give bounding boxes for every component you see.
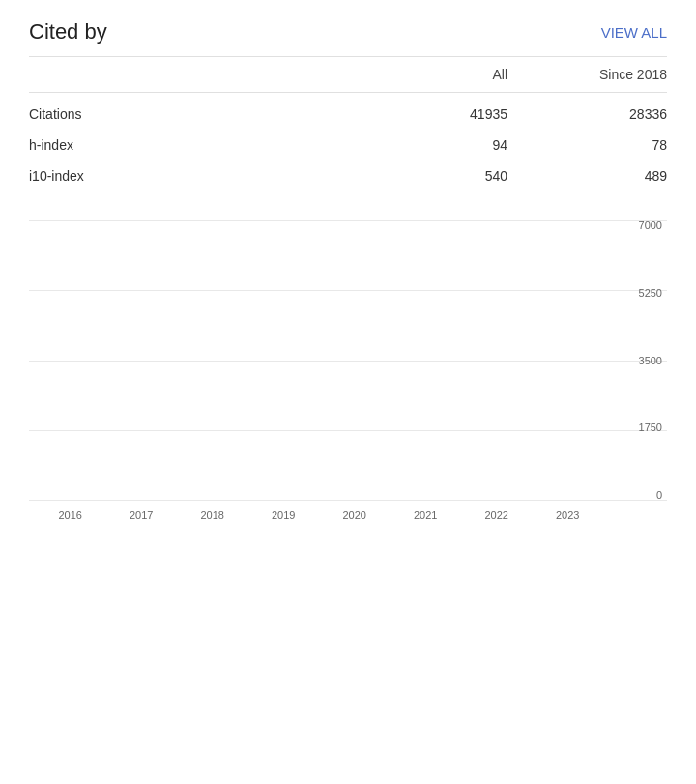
table-header-row: All Since 2018 (29, 57, 667, 93)
row-all: 540 (348, 160, 508, 191)
table-row: i10-index 540 489 (29, 160, 667, 191)
cited-by-section: Cited by VIEW ALL All Since 2018 Citatio… (29, 19, 667, 530)
col-header-empty (29, 57, 348, 93)
table-row: Citations 41935 28336 (29, 93, 667, 131)
bars-container (29, 220, 609, 501)
y-axis-label: 0 (656, 490, 662, 501)
stats-table: All Since 2018 Citations 41935 28336 h-i… (29, 57, 667, 191)
x-axis-label: 2020 (323, 509, 387, 521)
y-axis-label: 5250 (639, 288, 662, 299)
row-label: Citations (29, 93, 348, 131)
y-axis-label: 7000 (639, 220, 662, 231)
view-all-link[interactable]: VIEW ALL (601, 24, 667, 41)
x-axis-label: 2021 (394, 509, 458, 521)
y-axis: 70005250350017500 (609, 220, 667, 501)
x-labels: 20162017201820192020202120222023 (29, 501, 609, 530)
x-axis-label: 2023 (536, 509, 600, 521)
x-axis-label: 2016 (39, 509, 102, 521)
chart-wrapper: 20162017201820192020202120222023 7000525… (29, 220, 667, 530)
row-since: 78 (508, 130, 667, 160)
row-label: h-index (29, 130, 348, 160)
y-axis-label: 3500 (639, 356, 662, 366)
y-axis-label: 1750 (639, 422, 662, 433)
row-since: 489 (508, 160, 667, 191)
col-header-all: All (348, 57, 508, 93)
x-axis-label: 2018 (181, 509, 245, 521)
section-title: Cited by (29, 19, 107, 44)
row-all: 41935 (348, 93, 508, 131)
x-axis-label: 2022 (465, 509, 529, 521)
table-row: h-index 94 78 (29, 130, 667, 160)
row-label: i10-index (29, 160, 348, 191)
chart-section: 20162017201820192020202120222023 7000525… (29, 220, 667, 530)
chart-area: 20162017201820192020202120222023 7000525… (29, 220, 667, 530)
row-all: 94 (348, 130, 508, 160)
header: Cited by VIEW ALL (29, 19, 667, 57)
x-axis-label: 2017 (110, 509, 174, 521)
col-header-since: Since 2018 (508, 57, 667, 93)
x-axis-label: 2019 (252, 509, 316, 521)
row-since: 28336 (508, 93, 667, 131)
